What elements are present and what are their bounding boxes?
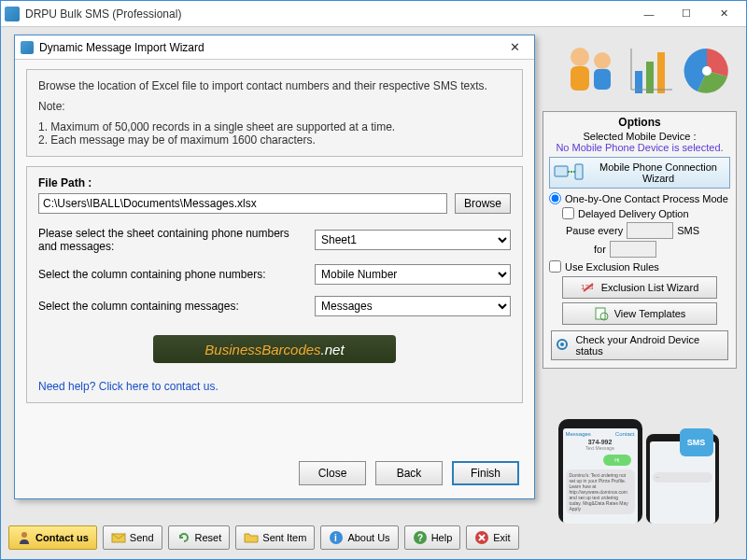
exclusion-list-wizard-button[interactable]: 123 Exclusion List Wizard: [562, 276, 717, 299]
svg-rect-9: [575, 164, 583, 179]
phones-illustration: MessagesContact 374-992 Text Message Hi …: [538, 412, 739, 524]
sent-item-label: Sent Item: [262, 532, 306, 543]
select-sheet-label: Please select the sheet containing phone…: [38, 227, 305, 253]
exclusion-wizard-label: Exclusion List Wizard: [601, 282, 699, 293]
about-us-button[interactable]: i About Us: [320, 525, 398, 550]
phone-mock-front: MessagesContact 374-992 Text Message Hi …: [558, 419, 642, 524]
phone-sub: Text Message: [566, 445, 635, 451]
file-path-label: File Path :: [38, 176, 511, 189]
dialog-back-btn[interactable]: Back: [375, 461, 443, 485]
delayed-delivery-input[interactable]: [562, 207, 574, 219]
options-panel: Options Selected Mobile Device : No Mobi…: [543, 111, 737, 369]
bottom-toolbar: Contact us Send Reset Sent Item i About …: [8, 525, 519, 550]
browse-button[interactable]: Browse: [455, 193, 511, 214]
pause-for-input[interactable]: [610, 241, 656, 258]
connection-wizard-button[interactable]: Mobile Phone Connection Wizard: [549, 157, 730, 189]
no-device-text: No Mobile Phone Device is selected.: [549, 142, 730, 153]
pause-every-input[interactable]: [627, 222, 673, 239]
svg-rect-1: [571, 66, 589, 91]
sent-item-button[interactable]: Sent Item: [235, 525, 315, 550]
reset-button[interactable]: Reset: [168, 525, 231, 550]
watermark: BusinessBarcodes.net: [153, 335, 396, 363]
envelope-icon: [111, 530, 126, 545]
svg-text:?: ?: [417, 533, 423, 543]
exclusion-icon: 123: [581, 280, 596, 295]
connection-wizard-icon: [554, 162, 585, 183]
dialog-close-button[interactable]: ✕: [500, 38, 529, 57]
svg-rect-3: [594, 69, 611, 90]
help-button[interactable]: ? Help: [404, 525, 461, 550]
import-wizard-dialog: Dynamic Message Import Wizard ✕ Browse t…: [14, 35, 535, 499]
use-exclusion-check[interactable]: Use Exclusion Rules: [549, 260, 730, 273]
dialog-icon: [21, 41, 34, 54]
view-templates-label: View Templates: [614, 308, 686, 319]
dialog-note-1: 1. Maximum of 50,000 records in a single…: [38, 120, 511, 133]
phone-mock-back: SMS ...: [646, 434, 719, 524]
contact-us-label: Contact us: [35, 532, 89, 543]
dialog-finish-btn[interactable]: Finish: [452, 461, 519, 485]
pause-every-label: Pause every: [566, 225, 623, 236]
svg-text:i: i: [334, 533, 337, 543]
one-by-one-label: One-by-One Contact Process Mode: [565, 193, 728, 204]
phone-bubble-received: Domino's: Text ordering not set up in yo…: [566, 469, 635, 514]
close-button[interactable]: ✕: [705, 3, 742, 25]
svg-point-0: [571, 48, 589, 66]
reset-label: Reset: [195, 532, 222, 543]
watermark-text-1: BusinessBarcodes: [204, 342, 320, 357]
dialog-titlebar: Dynamic Message Import Wizard ✕: [15, 35, 534, 60]
one-by-one-radio[interactable]: One-by-One Contact Process Mode: [549, 192, 730, 204]
select-msg-col-label: Select the column containing messages:: [38, 300, 305, 313]
use-exclusion-label: Use Exclusion Rules: [565, 261, 659, 273]
delayed-delivery-label: Delayed Delivery Option: [578, 208, 689, 219]
select-phone-col-label: Select the column containing phone numbe…: [38, 268, 305, 281]
file-path-input[interactable]: [38, 193, 447, 214]
delayed-delivery-check[interactable]: Delayed Delivery Option: [562, 207, 730, 219]
maximize-button[interactable]: ☐: [668, 3, 705, 25]
contact-us-button[interactable]: Contact us: [8, 525, 97, 550]
options-title: Options: [549, 116, 730, 129]
sms-badge: SMS: [680, 428, 713, 456]
main-window: DRPU Bulk SMS (Professional) — ☐ ✕ Optio…: [0, 0, 747, 560]
help-icon: ?: [413, 530, 428, 545]
exit-label: Exit: [493, 532, 510, 543]
pause-for-label: for: [594, 244, 606, 255]
svg-point-15: [21, 532, 27, 538]
phone-number: 374-992: [566, 439, 635, 445]
exit-button[interactable]: Exit: [466, 525, 518, 550]
one-by-one-radio-input[interactable]: [549, 192, 561, 204]
svg-rect-8: [555, 166, 568, 176]
dialog-intro-group: Browse the location of Excel file to imp…: [26, 69, 523, 157]
dialog-close-btn[interactable]: Close: [299, 461, 366, 485]
minimize-button[interactable]: —: [630, 3, 668, 25]
pause-for-row: for: [566, 241, 730, 258]
send-button[interactable]: Send: [103, 525, 162, 550]
message-column-select[interactable]: Messages: [315, 296, 511, 316]
view-templates-button[interactable]: View Templates: [562, 302, 717, 325]
sheet-select[interactable]: Sheet1: [315, 230, 511, 250]
svg-rect-5: [646, 62, 654, 93]
window-title: DRPU Bulk SMS (Professional): [25, 7, 630, 21]
check-android-status-button[interactable]: Check your Android Device status: [551, 330, 728, 360]
use-exclusion-input[interactable]: [549, 260, 561, 273]
dialog-intro-text: Browse the location of Excel file to imp…: [38, 79, 511, 92]
svg-rect-6: [657, 52, 665, 93]
header-illustration: [557, 29, 735, 113]
info-icon: i: [329, 530, 344, 545]
help-label: Help: [431, 532, 453, 543]
dialog-title: Dynamic Message Import Wizard: [39, 41, 500, 54]
sms-unit-label: SMS: [677, 225, 699, 236]
phone-bubble-sent: Hi: [603, 455, 631, 466]
check-android-label: Check your Android Device status: [575, 334, 724, 357]
help-link[interactable]: Need help? Click here to contact us.: [38, 380, 218, 393]
pause-every-row: Pause every SMS: [566, 222, 730, 239]
templates-icon: [594, 306, 609, 321]
app-icon: [5, 7, 20, 21]
gear-icon: [556, 338, 570, 353]
main-titlebar: DRPU Bulk SMS (Professional) — ☐ ✕: [1, 1, 746, 27]
phone-column-select[interactable]: Mobile Number: [315, 264, 511, 285]
selected-device-label: Selected Mobile Device :: [549, 131, 730, 142]
folder-icon: [244, 530, 259, 545]
dialog-form-group: File Path : Browse Please select the she…: [26, 166, 523, 403]
dialog-note-2: 2. Each message may be of maximum 1600 c…: [38, 133, 511, 147]
send-label: Send: [130, 532, 154, 543]
